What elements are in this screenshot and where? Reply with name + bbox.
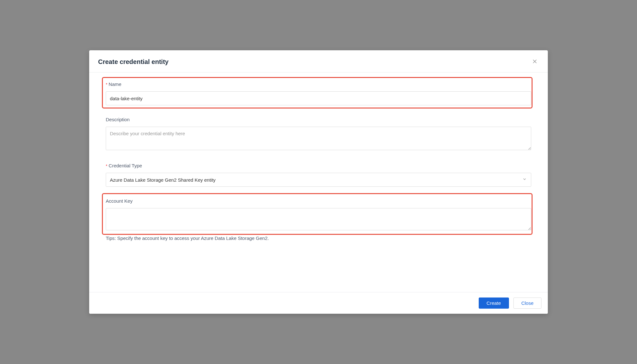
- account-key-tips: Tips: Specify the account key to access …: [106, 235, 531, 241]
- close-footer-button[interactable]: Close: [513, 298, 541, 309]
- name-label: *Name: [106, 81, 531, 87]
- create-credential-modal: Create credential entity *Name Descripti…: [89, 50, 548, 314]
- name-input[interactable]: [106, 91, 531, 105]
- close-icon: [532, 59, 538, 65]
- account-key-label: Account Key: [106, 198, 531, 204]
- modal-title: Create credential entity: [98, 58, 168, 66]
- required-marker: *: [106, 82, 107, 87]
- credential-type-select[interactable]: [106, 173, 531, 187]
- modal-footer: Create Close: [89, 292, 548, 314]
- close-button[interactable]: [531, 57, 539, 66]
- account-key-textarea[interactable]: [106, 208, 531, 230]
- credential-type-field-group: *Credential Type: [106, 163, 531, 187]
- description-label: Description: [106, 117, 531, 122]
- account-key-field-group: Account Key: [106, 198, 531, 232]
- description-textarea[interactable]: [106, 127, 531, 150]
- create-button[interactable]: Create: [479, 298, 509, 309]
- modal-header: Create credential entity: [89, 50, 548, 73]
- modal-body: *Name Description *Credential Type: [89, 73, 548, 292]
- required-marker: *: [106, 164, 107, 168]
- credential-type-label: *Credential Type: [106, 163, 531, 168]
- name-field-group: *Name: [106, 81, 531, 105]
- description-field-group: Description: [106, 117, 531, 151]
- credential-type-select-wrapper: [106, 173, 531, 187]
